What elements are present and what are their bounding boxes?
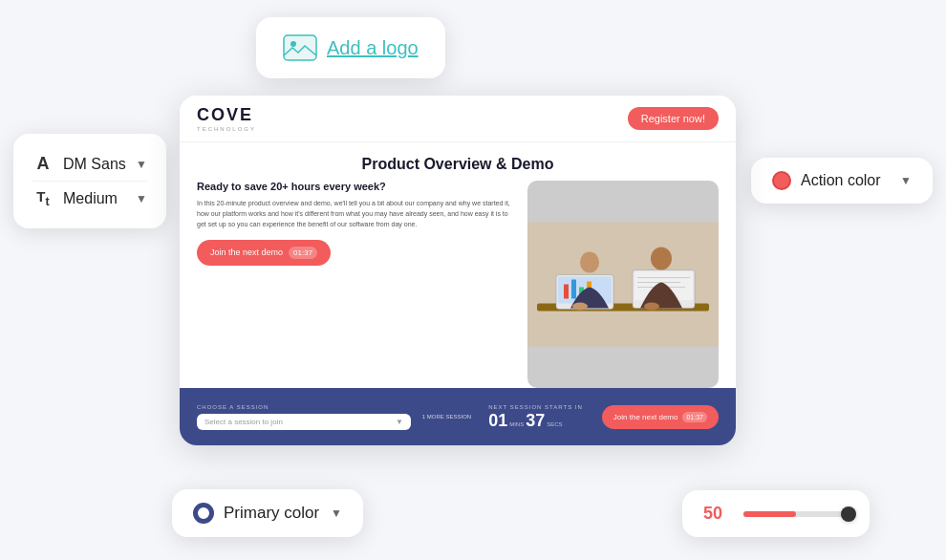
slider-track[interactable]: [743, 511, 849, 517]
next-session: NEXT SESSION STARTS IN 01 MINS 37 SECS: [488, 404, 583, 429]
register-button[interactable]: Register now!: [628, 107, 719, 130]
session-chevron: ▼: [396, 418, 403, 426]
preview-header: COVE TECHNOLOGY Register now!: [180, 96, 736, 142]
primary-color-label: Primary color: [224, 504, 321, 523]
next-secs: 37: [526, 412, 545, 429]
next-mins-unit: MINS: [509, 421, 524, 427]
join-next-timer: 01:37: [682, 412, 707, 422]
session-more: 1 MORE SESSION: [422, 414, 471, 420]
primary-color-panel[interactable]: Primary color ▼: [172, 489, 363, 537]
next-mins: 01: [488, 412, 507, 429]
preview-content: Ready to save 20+ hours every week? In t…: [197, 181, 719, 388]
slider-value: 50: [703, 504, 730, 524]
logo-sub: TECHNOLOGY: [197, 126, 256, 132]
session-select[interactable]: Select a session to join ▼: [197, 414, 411, 430]
preview-text-col: Ready to save 20+ hours every week? In t…: [197, 181, 514, 388]
next-session-time: 01 MINS 37 SECS: [488, 412, 562, 429]
join-next-button[interactable]: Join the next demo 01:37: [602, 405, 719, 429]
font-family-label: DM Sans: [63, 156, 126, 173]
font-family-chevron: ▼: [136, 158, 147, 171]
slider-fill: [743, 511, 796, 517]
svg-rect-0: [284, 35, 316, 60]
image-icon: [283, 34, 317, 61]
hero-heading: Ready to save 20+ hours every week?: [197, 181, 514, 192]
svg-point-18: [644, 303, 659, 311]
action-color-label: Action color: [801, 172, 891, 189]
font-a-icon: A: [32, 154, 54, 174]
session-placeholder: Select a session to join: [204, 418, 283, 426]
svg-point-1: [290, 41, 296, 47]
next-secs-unit: SECS: [547, 421, 562, 427]
font-weight-row[interactable]: Tt Medium ▼: [32, 182, 147, 215]
logo-text: COVE: [197, 105, 256, 125]
primary-color-chevron: ▼: [331, 506, 342, 520]
svg-point-16: [651, 248, 672, 270]
action-color-dot: [772, 171, 791, 190]
join-next-label: Join the next demo: [613, 413, 678, 421]
hero-body: In this 20-minute product overview and d…: [197, 198, 514, 230]
action-color-chevron: ▼: [900, 174, 912, 187]
font-weight-chevron: ▼: [136, 192, 147, 205]
join-btn-label: Join the next demo: [210, 248, 283, 257]
join-demo-button[interactable]: Join the next demo 01:37: [197, 240, 331, 266]
add-logo-panel: Add a logo: [256, 17, 445, 78]
next-session-label: NEXT SESSION STARTS IN: [488, 404, 583, 410]
slider-thumb[interactable]: [841, 506, 856, 522]
session-bar: CHOOSE A SESSION Select a session to joi…: [180, 388, 736, 445]
preview-logo: COVE TECHNOLOGY: [197, 105, 256, 132]
join-btn-timer: 01:37: [289, 247, 317, 259]
svg-point-17: [572, 303, 588, 311]
session-choose: CHOOSE A SESSION Select a session to joi…: [197, 404, 411, 430]
preview-image: [527, 181, 719, 388]
font-weight-label: Medium: [63, 190, 126, 207]
add-logo-link[interactable]: Add a logo: [327, 37, 419, 59]
session-choose-label: CHOOSE A SESSION: [197, 404, 411, 410]
preview-body: Product Overview & Demo Ready to save 20…: [180, 142, 736, 388]
action-color-panel[interactable]: Action color ▼: [751, 158, 933, 204]
slider-panel: 50: [682, 490, 870, 537]
main-preview-card: COVE TECHNOLOGY Register now! Product Ov…: [180, 96, 736, 445]
primary-color-dot: [193, 503, 214, 524]
font-family-row[interactable]: A DM Sans ▼: [32, 147, 147, 182]
svg-rect-7: [571, 280, 576, 299]
font-t-icon: Tt: [32, 188, 54, 208]
svg-rect-6: [564, 285, 569, 299]
font-panel: A DM Sans ▼ Tt Medium ▼: [13, 134, 166, 228]
svg-point-15: [580, 252, 599, 273]
preview-title: Product Overview & Demo: [197, 156, 719, 173]
